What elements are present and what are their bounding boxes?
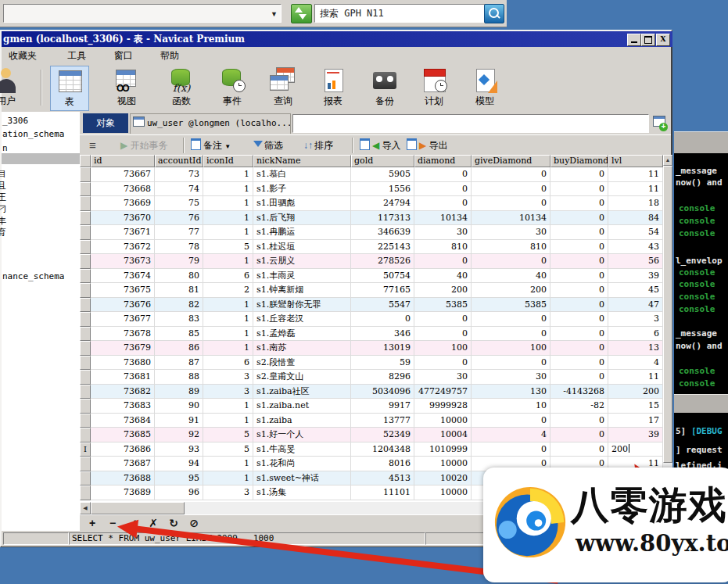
row-header[interactable] <box>80 471 91 486</box>
cell-diamond[interactable]: 30 <box>414 370 472 385</box>
cell-gold[interactable]: 59 <box>351 356 414 371</box>
cell-iconId[interactable]: 5 <box>203 442 253 457</box>
cell-id[interactable]: 73671 <box>91 225 155 240</box>
cell-diamond[interactable]: 200 <box>414 283 472 298</box>
tree-item[interactable]: 王 <box>0 192 6 203</box>
column-header-accountId[interactable]: accountId <box>155 155 203 167</box>
cell-id[interactable]: 73674 <box>91 269 155 284</box>
maximize-button[interactable] <box>641 34 655 46</box>
cell-buyDiamond[interactable]: 0 <box>550 211 608 226</box>
cell-accountId[interactable]: 74 <box>155 182 203 197</box>
tree-item[interactable]: 刁 <box>0 203 6 215</box>
cell-diamond[interactable]: 10000 <box>414 457 472 471</box>
tab-table[interactable]: uw_user @longmen (localho... <box>130 113 291 134</box>
cell-gold[interactable]: 8296 <box>351 370 414 385</box>
cell-iconId[interactable]: 1 <box>203 182 253 197</box>
cell-giveDiamond[interactable]: 10 <box>472 399 550 414</box>
cell-diamond[interactable]: 40 <box>414 269 472 284</box>
cell-accountId[interactable]: 96 <box>155 485 203 500</box>
cell-accountId[interactable]: 82 <box>155 298 203 313</box>
cell-gold[interactable]: 4513 <box>351 471 414 486</box>
cell-giveDiamond[interactable]: 0 <box>472 327 550 342</box>
menu-favorites[interactable]: 收藏夹 <box>2 47 44 65</box>
tree-item[interactable]: 丰 <box>0 215 6 227</box>
cell-giveDiamond[interactable]: 40 <box>472 269 550 284</box>
cell-id[interactable]: 73688 <box>91 471 155 486</box>
cell-iconId[interactable]: 1 <box>203 312 253 327</box>
cell-accountId[interactable]: 77 <box>155 225 203 240</box>
cell-gold[interactable]: 13777 <box>351 414 414 428</box>
row-header[interactable] <box>80 457 91 471</box>
cell-id[interactable]: 73676 <box>91 298 155 313</box>
cell-accountId[interactable]: 88 <box>155 370 203 385</box>
cell-id[interactable]: 73673 <box>91 254 155 269</box>
cell-gold[interactable]: 9917 <box>351 399 414 414</box>
toolbar-schedule[interactable]: 计划 <box>415 66 453 109</box>
cell-gold[interactable]: 8016 <box>351 457 414 471</box>
cell-accountId[interactable]: 79 <box>155 254 203 269</box>
cell-gold[interactable]: 13019 <box>351 341 414 356</box>
cell-accountId[interactable]: 80 <box>155 269 203 284</box>
cell-diamond[interactable]: 30 <box>414 225 472 240</box>
cell-gold[interactable]: 346639 <box>351 225 414 240</box>
cell-lvl[interactable]: 200 <box>608 385 663 399</box>
cell-lvl[interactable]: 6 <box>608 327 663 342</box>
cell-iconId[interactable]: 6 <box>203 356 253 371</box>
row-header[interactable] <box>80 370 91 385</box>
cell-accountId[interactable]: 91 <box>155 414 203 428</box>
cell-iconId[interactable]: 1 <box>203 399 253 414</box>
row-header[interactable] <box>80 211 91 226</box>
toolbar-query[interactable]: 查询 <box>264 66 302 109</box>
cell-nickName[interactable]: s1.汤集 <box>253 485 351 500</box>
tree-item-selected[interactable] <box>2 153 80 164</box>
cell-accountId[interactable]: 90 <box>155 399 203 414</box>
cell-iconId[interactable]: 1 <box>203 327 253 342</box>
cell-buyDiamond[interactable]: 0 <box>550 182 608 197</box>
cell-diamond[interactable]: 0 <box>414 327 472 342</box>
cell-iconId[interactable]: 6 <box>203 269 253 284</box>
cell-diamond[interactable]: 10004 <box>414 428 472 442</box>
row-header[interactable] <box>80 385 91 399</box>
cell-lvl[interactable]: 39 <box>608 428 663 442</box>
toolbar-events[interactable]: 事件 <box>213 66 251 109</box>
cell-diamond[interactable]: 0 <box>414 254 472 269</box>
scroll-left-icon[interactable]: ◀ <box>80 502 91 514</box>
cell-accountId[interactable]: 85 <box>155 327 203 342</box>
cell-id[interactable]: 73684 <box>91 414 155 428</box>
cell-giveDiamond[interactable]: 10134 <box>472 211 550 226</box>
row-header[interactable] <box>80 356 91 371</box>
column-header-buyDiamond[interactable]: buyDiamond <box>550 155 608 167</box>
search-button[interactable] <box>484 4 504 23</box>
cell-id[interactable]: 73675 <box>91 283 155 298</box>
menu-help[interactable]: 帮助 <box>153 47 186 65</box>
cell-giveDiamond[interactable]: 0 <box>472 442 550 457</box>
cell-lvl[interactable]: 43 <box>608 240 663 255</box>
tree-item[interactable]: n <box>2 143 8 153</box>
cell-gold[interactable]: 225143 <box>351 240 414 255</box>
cell-giveDiamond[interactable]: 200 <box>472 283 550 298</box>
cell-buyDiamond[interactable]: 0 <box>550 356 608 371</box>
cell-id[interactable]: 73670 <box>91 211 155 226</box>
cell-nickName[interactable]: s1.牛高旻 <box>253 442 351 457</box>
cell-id[interactable]: 73686 <box>91 442 155 457</box>
tab-objects[interactable]: 对象 <box>83 113 128 133</box>
cell-giveDiamond[interactable]: 0 <box>472 182 550 197</box>
tree-item[interactable]: 育 <box>0 227 6 238</box>
row-header[interactable] <box>80 254 91 269</box>
row-header[interactable] <box>80 240 91 255</box>
cell-iconId[interactable]: 5 <box>203 428 253 442</box>
row-header[interactable] <box>80 327 91 342</box>
row-header[interactable] <box>80 414 91 428</box>
cell-diamond[interactable]: 10000 <box>414 485 472 500</box>
cell-buyDiamond[interactable]: 0 <box>550 254 608 269</box>
cell-diamond[interactable]: 0 <box>414 196 472 211</box>
cell-buyDiamond[interactable]: 0 <box>550 442 608 457</box>
cell-accountId[interactable]: 93 <box>155 442 203 457</box>
cell-accountId[interactable]: 94 <box>155 457 203 471</box>
cell-diamond[interactable]: 10020 <box>414 471 472 486</box>
cell-iconId[interactable]: 1 <box>203 457 253 471</box>
row-header[interactable] <box>80 269 91 284</box>
cell-lvl[interactable]: 54 <box>608 225 663 240</box>
cell-giveDiamond[interactable]: 0 <box>472 254 550 269</box>
cell-id[interactable]: 73682 <box>91 385 155 399</box>
